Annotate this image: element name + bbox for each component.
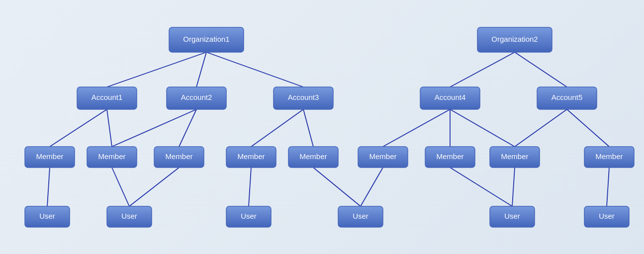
node-label-mem8: Member (501, 152, 528, 161)
node-label-mem5: Member (299, 152, 327, 161)
node-mem2[interactable]: Member (87, 147, 137, 168)
node-mem8[interactable]: Member (490, 147, 540, 168)
node-label-acc3: Account3 (288, 93, 319, 101)
node-label-mem1: Member (36, 152, 63, 161)
node-usr3[interactable]: User (226, 206, 271, 227)
node-label-usr3: User (241, 212, 257, 220)
node-label-acc2: Account2 (181, 93, 212, 101)
node-acc3[interactable]: Account3 (274, 87, 333, 109)
edge-mem9-usr6 (607, 168, 609, 206)
node-usr4[interactable]: User (338, 206, 383, 227)
node-usr2[interactable]: User (107, 206, 152, 227)
node-label-usr2: User (121, 212, 137, 220)
edge-acc2-mem2 (112, 109, 196, 147)
hierarchy-diagram: Organization1Organization2Account1Accoun… (0, 0, 644, 254)
node-mem3[interactable]: Member (154, 147, 204, 168)
node-label-mem7: Member (436, 152, 463, 161)
edge-org1-acc3 (206, 52, 303, 87)
node-label-usr5: User (504, 212, 520, 220)
edge-acc5-mem9 (567, 109, 609, 147)
edge-org1-acc1 (107, 52, 206, 87)
node-label-mem2: Member (98, 152, 125, 161)
node-usr5[interactable]: User (490, 206, 535, 227)
node-mem4[interactable]: Member (226, 147, 276, 168)
node-label-usr1: User (39, 212, 55, 220)
node-org1[interactable]: Organization1 (169, 27, 244, 52)
node-acc2[interactable]: Account2 (167, 87, 226, 109)
edge-mem8-usr5 (512, 168, 515, 206)
node-label-usr4: User (353, 212, 368, 220)
node-org2[interactable]: Organization2 (477, 27, 552, 52)
edge-acc3-mem4 (251, 109, 303, 147)
edge-mem4-usr3 (249, 168, 251, 206)
edge-org2-acc5 (515, 52, 567, 87)
edge-acc1-mem2 (107, 109, 112, 147)
node-usr6[interactable]: User (584, 206, 629, 227)
edge-acc5-mem8 (515, 109, 567, 147)
node-acc5[interactable]: Account5 (537, 87, 597, 109)
edge-mem5-usr4 (313, 168, 361, 206)
edge-org2-acc4 (450, 52, 515, 87)
node-acc1[interactable]: Account1 (77, 87, 137, 109)
node-mem5[interactable]: Member (288, 147, 338, 168)
edge-acc4-mem8 (450, 109, 515, 147)
edge-mem2-usr2 (112, 168, 129, 206)
edge-org1-acc2 (196, 52, 206, 87)
node-mem6[interactable]: Member (358, 147, 408, 168)
node-label-mem3: Member (165, 152, 192, 161)
node-label-org1: Organization1 (183, 35, 229, 43)
node-label-acc5: Account5 (552, 93, 583, 101)
node-label-mem4: Member (237, 152, 265, 161)
edge-acc2-mem3 (179, 109, 196, 147)
edge-acc1-mem1 (50, 109, 107, 147)
edge-mem6-usr4 (361, 168, 383, 206)
edge-mem7-usr5 (450, 168, 512, 206)
node-acc4[interactable]: Account4 (420, 87, 480, 109)
edge-acc4-mem6 (383, 109, 450, 147)
edge-acc3-mem5 (303, 109, 313, 147)
node-mem7[interactable]: Member (425, 147, 475, 168)
edge-mem3-usr2 (129, 168, 179, 206)
node-usr1[interactable]: User (25, 206, 70, 227)
node-label-acc1: Account1 (92, 93, 123, 101)
node-label-mem6: Member (369, 152, 396, 161)
node-label-acc4: Account4 (435, 93, 466, 101)
node-mem1[interactable]: Member (25, 147, 75, 168)
node-label-usr6: User (599, 212, 615, 220)
edge-mem1-usr1 (47, 168, 50, 206)
node-mem9[interactable]: Member (584, 147, 634, 168)
node-label-mem9: Member (595, 152, 623, 161)
node-label-org2: Organization2 (491, 35, 538, 43)
